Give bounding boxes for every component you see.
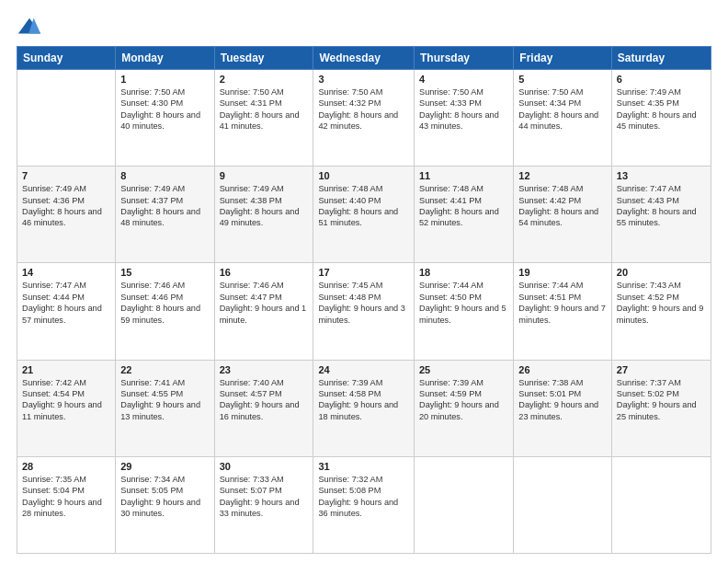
calendar-cell: 20 Sunrise: 7:43 AM Sunset: 4:52 PM Dayl… bbox=[611, 263, 711, 360]
day-info: Sunrise: 7:49 AM Sunset: 4:38 PM Dayligh… bbox=[220, 183, 309, 229]
day-number: 9 bbox=[220, 170, 309, 181]
day-info: Sunrise: 7:44 AM Sunset: 4:50 PM Dayligh… bbox=[419, 280, 508, 326]
sunrise-text: Sunrise: 7:33 AM bbox=[220, 475, 284, 484]
daylight-text: Daylight: 9 hours and 33 minutes. bbox=[220, 498, 300, 518]
sunset-text: Sunset: 4:57 PM bbox=[220, 389, 282, 398]
sunset-text: Sunset: 4:47 PM bbox=[220, 293, 282, 302]
calendar-cell: 22 Sunrise: 7:41 AM Sunset: 4:55 PM Dayl… bbox=[116, 360, 214, 456]
day-number: 13 bbox=[617, 170, 706, 181]
sunset-text: Sunset: 4:43 PM bbox=[617, 196, 679, 205]
day-info: Sunrise: 7:43 AM Sunset: 4:52 PM Dayligh… bbox=[617, 280, 706, 326]
calendar-cell: 3 Sunrise: 7:50 AM Sunset: 4:32 PM Dayli… bbox=[313, 70, 415, 167]
calendar-cell: 27 Sunrise: 7:37 AM Sunset: 5:02 PM Dayl… bbox=[611, 360, 711, 456]
day-number: 7 bbox=[22, 170, 110, 181]
day-number: 17 bbox=[318, 267, 409, 278]
day-number: 28 bbox=[22, 461, 110, 472]
daylight-text: Daylight: 8 hours and 57 minutes. bbox=[22, 304, 102, 324]
sunrise-text: Sunrise: 7:44 AM bbox=[419, 281, 483, 290]
sunset-text: Sunset: 4:42 PM bbox=[518, 196, 581, 205]
day-number: 5 bbox=[518, 74, 607, 85]
day-info: Sunrise: 7:37 AM Sunset: 5:02 PM Dayligh… bbox=[617, 377, 706, 423]
sunset-text: Sunset: 4:59 PM bbox=[419, 389, 482, 398]
daylight-text: Daylight: 8 hours and 48 minutes. bbox=[120, 207, 200, 227]
sunset-text: Sunset: 4:30 PM bbox=[120, 98, 183, 108]
calendar-week-row: 7 Sunrise: 7:49 AM Sunset: 4:36 PM Dayli… bbox=[17, 167, 711, 263]
sunset-text: Sunset: 5:05 PM bbox=[120, 486, 183, 495]
day-number: 14 bbox=[22, 267, 110, 278]
day-info: Sunrise: 7:33 AM Sunset: 5:07 PM Dayligh… bbox=[220, 474, 309, 520]
weekday-header: Saturday bbox=[611, 47, 711, 70]
daylight-text: Daylight: 8 hours and 49 minutes. bbox=[220, 207, 300, 227]
daylight-text: Daylight: 9 hours and 28 minutes. bbox=[22, 498, 102, 518]
sunset-text: Sunset: 4:32 PM bbox=[318, 98, 381, 108]
day-number: 3 bbox=[318, 74, 409, 85]
calendar-header-row: SundayMondayTuesdayWednesdayThursdayFrid… bbox=[17, 47, 711, 70]
calendar-cell: 28 Sunrise: 7:35 AM Sunset: 5:04 PM Dayl… bbox=[17, 456, 116, 553]
daylight-text: Daylight: 9 hours and 20 minutes. bbox=[419, 400, 499, 420]
sunrise-text: Sunrise: 7:50 AM bbox=[518, 87, 583, 97]
daylight-text: Daylight: 9 hours and 36 minutes. bbox=[318, 498, 398, 518]
calendar-cell: 4 Sunrise: 7:50 AM Sunset: 4:33 PM Dayli… bbox=[415, 70, 514, 167]
day-info: Sunrise: 7:49 AM Sunset: 4:35 PM Dayligh… bbox=[617, 86, 706, 132]
sunrise-text: Sunrise: 7:48 AM bbox=[318, 184, 382, 193]
calendar-cell: 18 Sunrise: 7:44 AM Sunset: 4:50 PM Dayl… bbox=[415, 263, 514, 360]
sunrise-text: Sunrise: 7:32 AM bbox=[318, 475, 382, 484]
calendar-cell: 2 Sunrise: 7:50 AM Sunset: 4:31 PM Dayli… bbox=[214, 70, 313, 167]
sunrise-text: Sunrise: 7:45 AM bbox=[318, 281, 382, 290]
sunrise-text: Sunrise: 7:47 AM bbox=[22, 281, 86, 290]
day-info: Sunrise: 7:40 AM Sunset: 4:57 PM Dayligh… bbox=[220, 377, 309, 423]
calendar-cell bbox=[514, 456, 612, 553]
day-number: 25 bbox=[419, 364, 508, 375]
day-number: 10 bbox=[318, 170, 409, 181]
calendar-cell: 13 Sunrise: 7:47 AM Sunset: 4:43 PM Dayl… bbox=[611, 167, 711, 263]
calendar-cell: 11 Sunrise: 7:48 AM Sunset: 4:41 PM Dayl… bbox=[415, 167, 514, 263]
day-info: Sunrise: 7:50 AM Sunset: 4:33 PM Dayligh… bbox=[419, 86, 508, 132]
sunset-text: Sunset: 5:07 PM bbox=[220, 486, 282, 495]
day-number: 12 bbox=[518, 170, 607, 181]
day-info: Sunrise: 7:50 AM Sunset: 4:34 PM Dayligh… bbox=[518, 86, 607, 132]
weekday-header: Friday bbox=[514, 47, 612, 70]
day-number: 30 bbox=[220, 461, 309, 472]
day-info: Sunrise: 7:48 AM Sunset: 4:40 PM Dayligh… bbox=[318, 183, 409, 229]
sunset-text: Sunset: 4:55 PM bbox=[120, 389, 183, 398]
daylight-text: Daylight: 8 hours and 54 minutes. bbox=[518, 207, 598, 227]
calendar-week-row: 1 Sunrise: 7:50 AM Sunset: 4:30 PM Dayli… bbox=[17, 70, 711, 167]
weekday-header: Monday bbox=[116, 47, 214, 70]
day-info: Sunrise: 7:48 AM Sunset: 4:41 PM Dayligh… bbox=[419, 183, 508, 229]
day-info: Sunrise: 7:50 AM Sunset: 4:32 PM Dayligh… bbox=[318, 86, 409, 132]
calendar-cell: 8 Sunrise: 7:49 AM Sunset: 4:37 PM Dayli… bbox=[116, 167, 214, 263]
calendar-cell bbox=[415, 456, 514, 553]
sunrise-text: Sunrise: 7:39 AM bbox=[419, 378, 483, 387]
sunset-text: Sunset: 4:36 PM bbox=[22, 196, 85, 205]
calendar-cell: 10 Sunrise: 7:48 AM Sunset: 4:40 PM Dayl… bbox=[313, 167, 415, 263]
calendar-cell: 23 Sunrise: 7:40 AM Sunset: 4:57 PM Dayl… bbox=[214, 360, 313, 456]
sunrise-text: Sunrise: 7:50 AM bbox=[318, 87, 382, 97]
calendar-cell: 15 Sunrise: 7:46 AM Sunset: 4:46 PM Dayl… bbox=[116, 263, 214, 360]
calendar: SundayMondayTuesdayWednesdayThursdayFrid… bbox=[17, 46, 711, 554]
weekday-header: Sunday bbox=[17, 47, 116, 70]
calendar-cell bbox=[611, 456, 711, 553]
sunrise-text: Sunrise: 7:46 AM bbox=[220, 281, 284, 290]
calendar-cell: 16 Sunrise: 7:46 AM Sunset: 4:47 PM Dayl… bbox=[214, 263, 313, 360]
sunset-text: Sunset: 4:58 PM bbox=[318, 389, 381, 398]
sunrise-text: Sunrise: 7:48 AM bbox=[419, 184, 483, 193]
daylight-text: Daylight: 8 hours and 55 minutes. bbox=[617, 207, 697, 227]
calendar-cell: 26 Sunrise: 7:38 AM Sunset: 5:01 PM Dayl… bbox=[514, 360, 612, 456]
weekday-header: Wednesday bbox=[313, 47, 415, 70]
day-number: 4 bbox=[419, 74, 508, 85]
day-number: 26 bbox=[518, 364, 607, 375]
sunrise-text: Sunrise: 7:40 AM bbox=[220, 378, 284, 387]
calendar-cell: 24 Sunrise: 7:39 AM Sunset: 4:58 PM Dayl… bbox=[313, 360, 415, 456]
day-info: Sunrise: 7:39 AM Sunset: 4:58 PM Dayligh… bbox=[318, 377, 409, 423]
calendar-cell: 12 Sunrise: 7:48 AM Sunset: 4:42 PM Dayl… bbox=[514, 167, 612, 263]
day-number: 8 bbox=[120, 170, 209, 181]
daylight-text: Daylight: 8 hours and 42 minutes. bbox=[318, 110, 398, 131]
calendar-cell: 1 Sunrise: 7:50 AM Sunset: 4:30 PM Dayli… bbox=[116, 70, 214, 167]
sunrise-text: Sunrise: 7:49 AM bbox=[220, 184, 284, 193]
sunrise-text: Sunrise: 7:48 AM bbox=[518, 184, 583, 193]
day-info: Sunrise: 7:46 AM Sunset: 4:46 PM Dayligh… bbox=[120, 280, 209, 326]
day-number: 29 bbox=[120, 461, 209, 472]
sunset-text: Sunset: 4:44 PM bbox=[22, 293, 85, 302]
sunset-text: Sunset: 4:52 PM bbox=[617, 293, 679, 302]
day-info: Sunrise: 7:34 AM Sunset: 5:05 PM Dayligh… bbox=[120, 474, 209, 520]
